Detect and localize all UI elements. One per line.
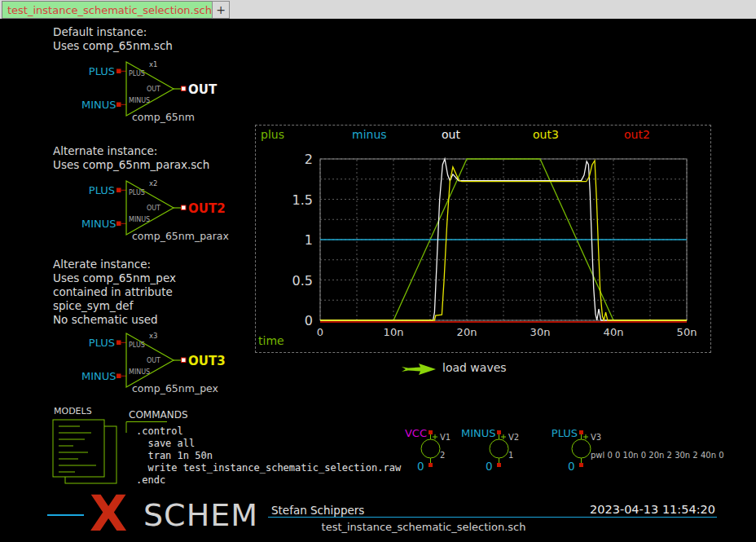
plot-svg: 010n20n30n40n50n00.511.52 — [256, 126, 710, 352]
comparator-instance-x3[interactable]: PLUS MINUS PLUS MINUS OUT x3 OUT3 comp_6… — [81, 325, 257, 399]
svg-text:0: 0 — [317, 326, 323, 338]
svg-text:30n: 30n — [530, 326, 551, 338]
svg-text:40n: 40n — [604, 326, 624, 338]
value-label: 1 — [508, 451, 513, 460]
desc-line: contained in attribute — [53, 285, 176, 299]
svg-text:MINUS: MINUS — [129, 368, 150, 376]
instance-name: comp_65nm_pex — [132, 382, 218, 394]
document-stack-icon — [49, 417, 126, 495]
value-label: 2 — [440, 451, 445, 460]
new-tab-button[interactable]: + — [212, 1, 230, 19]
svg-text:1.5: 1.5 — [292, 192, 313, 208]
out-net-label: OUT3 — [188, 354, 226, 368]
svg-text:x2: x2 — [149, 179, 157, 187]
waveform-graph[interactable]: plus minus out out3 out2 010n20n30n40n50… — [255, 125, 711, 353]
command-line: .endc — [136, 474, 165, 486]
svg-text:OUT: OUT — [147, 205, 160, 212]
launcher-label[interactable]: load waves — [442, 361, 507, 374]
desc-line: spice_sym_def — [53, 299, 176, 313]
models-block[interactable]: MODELS — [49, 406, 126, 496]
refdes-label: V3 — [591, 433, 601, 442]
xschem-window: test_instance_schematic_selection.sch + … — [0, 0, 756, 542]
svg-text:10n: 10n — [384, 326, 404, 338]
instance-name: comp_65nm_parax — [132, 230, 229, 242]
sheet-title: test_instance_schematic_selection.sch — [253, 521, 595, 533]
svg-text:2: 2 — [305, 152, 313, 167]
author-label: Stefan Schippers — [271, 504, 364, 517]
xschem-logo-x: X — [90, 489, 127, 538]
desc-line: Default instance: — [53, 25, 173, 39]
xschem-logo-text: SCHEM — [143, 499, 258, 531]
command-line: tran 1n 50n — [136, 450, 213, 461]
legend-plus[interactable]: plus — [261, 128, 284, 141]
legend-out3[interactable]: out3 — [533, 128, 559, 141]
instance-x1-description: Default instance: Uses comp_65nm.sch — [53, 25, 173, 53]
load-waves-launcher[interactable]: load waves — [401, 361, 547, 377]
comparator-instance-x2[interactable]: PLUS MINUS PLUS MINUS OUT x2 OUT2 comp_6… — [81, 173, 257, 246]
desc-line: Uses comp_65nm.sch — [53, 39, 173, 53]
svg-text:x3: x3 — [149, 332, 157, 340]
command-line: .control — [136, 425, 183, 437]
underline — [268, 517, 717, 518]
instance-x3-description: Alterate instance: Uses comp_65nm_pex co… — [53, 258, 176, 327]
svg-text:PLUS: PLUS — [129, 342, 145, 349]
commands-block[interactable]: COMMANDS .control save all tran 1n 50n w… — [122, 408, 415, 489]
gnd-label: 0 — [486, 460, 493, 473]
svg-text:50n: 50n — [677, 326, 697, 338]
tab-active[interactable]: test_instance_schematic_selection.sch — [2, 1, 218, 19]
svg-text:MINUS: MINUS — [129, 216, 150, 223]
datetime-label: 2023-04-13 11:54:20 — [562, 503, 715, 516]
svg-text:0: 0 — [305, 313, 313, 328]
value-label: pwl 0 0 10n 0 20n 2 30n 2 40n 0 — [591, 451, 724, 460]
svg-text:x1: x1 — [149, 60, 157, 68]
tab-bar: test_instance_schematic_selection.sch + — [0, 0, 756, 19]
refdes-label: V1 — [440, 433, 451, 442]
legend-minus[interactable]: minus — [352, 128, 387, 141]
out-pin-square-icon — [182, 86, 187, 91]
pin-square-icon — [116, 103, 121, 108]
instance-name: comp_65nm — [132, 111, 195, 123]
svg-text:OUT: OUT — [147, 86, 160, 93]
gnd-label: 0 — [568, 460, 575, 473]
svg-text:20n: 20n — [457, 326, 477, 338]
out-net-label: OUT — [188, 82, 217, 97]
svg-text:PLUS: PLUS — [129, 189, 145, 196]
pin-square-icon — [116, 69, 121, 74]
x-axis-label: time — [258, 334, 284, 347]
svg-text:OUT: OUT — [147, 357, 160, 364]
command-line: write test_instance_schematic_selection.… — [136, 462, 401, 474]
comparator-instance-x1[interactable]: PLUS MINUS PLUS MINUS OUT x1 OUT comp_65… — [81, 54, 257, 127]
refdes-label: V2 — [508, 433, 519, 442]
svg-text:0.5: 0.5 — [292, 273, 313, 289]
gnd-label: 0 — [417, 460, 424, 473]
desc-line: Uses comp_65nm_parax.sch — [53, 158, 209, 172]
svg-text:PLUS: PLUS — [129, 70, 145, 77]
desc-line: Alterate instance: — [53, 258, 176, 271]
legend-out[interactable]: out — [442, 128, 460, 141]
instance-x2-description: Alternate instance: Uses comp_65nm_parax… — [53, 144, 209, 172]
arrow-icon[interactable] — [401, 363, 438, 377]
svg-text:1: 1 — [305, 232, 313, 248]
desc-line: Uses comp_65nm_pex — [53, 271, 176, 285]
desc-line: Alternate instance: — [53, 144, 209, 158]
out-net-label: OUT2 — [188, 201, 226, 216]
legend-out2[interactable]: out2 — [624, 128, 650, 141]
command-line: save all — [136, 438, 195, 449]
divider-line — [47, 514, 84, 516]
models-label: MODELS — [54, 406, 92, 416]
vsource-v3[interactable]: PLUS V3 pwl 0 0 10n 0 20n 2 30n 2 40n 0 … — [543, 427, 747, 478]
svg-text:MINUS: MINUS — [129, 97, 150, 104]
